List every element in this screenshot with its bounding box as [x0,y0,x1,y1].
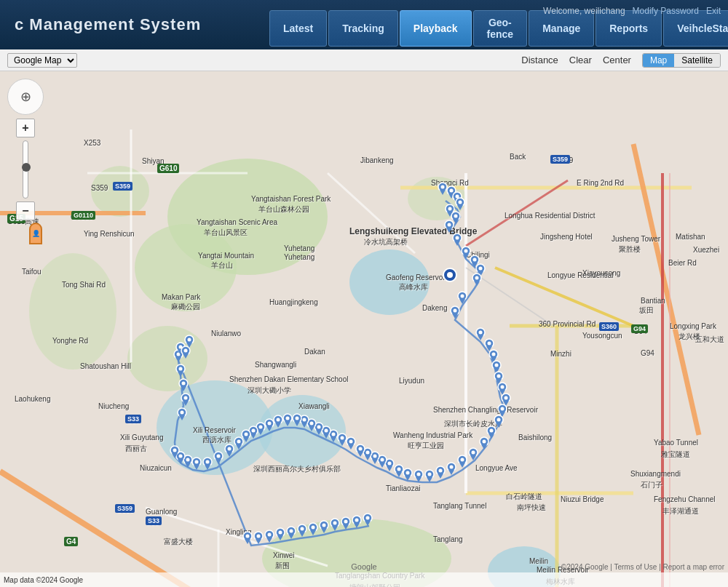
route-dot [234,436,244,450]
svg-point-97 [494,415,503,424]
svg-point-87 [497,375,501,378]
route-dot [444,220,454,233]
nav-btn-playback[interactable]: Playback [400,10,472,47]
svg-marker-116 [438,474,443,479]
distance-link[interactable]: Distance [521,55,558,65]
clear-link[interactable]: Clear [569,55,592,65]
svg-point-253 [309,523,317,532]
exit-link[interactable]: Exit [706,6,721,16]
svg-line-30 [466,180,568,246]
map-container[interactable]: Yangtaishan Forest Park羊台山森林公园Yangtaisha… [0,71,728,587]
map-label: G0110 [71,213,92,221]
svg-point-76 [485,339,494,348]
route-dot [299,415,309,428]
map-label: Jibankeng [360,156,394,164]
svg-point-154 [322,426,331,435]
svg-point-204 [186,458,190,462]
svg-point-150 [341,436,344,440]
map-type-selector[interactable]: Google Map [7,53,77,68]
route-dot [346,436,356,450]
svg-marker-242 [266,538,272,543]
map-label: S359 [556,156,573,164]
svg-marker-32 [440,190,446,195]
compass-control[interactable]: ⊕ [7,79,44,115]
route-dot [446,185,456,199]
svg-marker-80 [491,357,496,362]
svg-marker-89 [499,390,505,395]
map-label: Jingsheng Hotel [540,233,593,241]
map-tab[interactable]: Map [643,54,674,67]
svg-marker-266 [354,523,360,528]
map-type-dropdown[interactable]: Google Map [7,53,77,68]
map-label: Meilin [529,557,548,565]
route-dot [321,426,331,439]
svg-marker-254 [310,530,316,535]
nav-btn-tracking[interactable]: Tracking [328,10,398,47]
route-dot [494,415,504,428]
svg-point-126 [406,471,410,475]
svg-point-196 [203,458,212,466]
route-dot [213,451,223,464]
satellite-tab[interactable]: Satellite [674,54,720,67]
svg-point-145 [347,437,355,446]
svg-point-252 [301,527,304,531]
svg-point-148 [338,434,347,442]
zoom-controls: + − [7,119,44,220]
svg-point-102 [490,429,494,433]
street-view-pegman[interactable]: 👤 [29,223,42,244]
svg-point-177 [268,422,272,426]
zoom-out-button[interactable]: − [16,201,35,220]
svg-marker-173 [275,423,281,428]
route-dot [451,211,461,224]
map-label: Yuhetang [284,253,314,261]
map-label: Xili Reservoir [193,426,236,434]
nav-btn-geo-fence[interactable]: Geo-fence [473,10,528,47]
svg-marker-113 [448,470,454,475]
svg-point-43 [446,204,454,213]
route-dot [450,306,460,319]
svg-marker-125 [405,476,411,481]
map-controls: ⊕ + − [7,79,44,220]
modify-password-link[interactable]: Modify Password [633,6,699,16]
svg-point-112 [447,463,456,471]
svg-point-201 [195,460,199,464]
map-label: Xiawangli [298,402,330,410]
zoom-in-button[interactable]: + [16,119,35,137]
route-dot [282,413,293,426]
zoom-slider[interactable] [23,140,28,199]
map-label: Jusheng Tower [612,235,660,243]
svg-marker-191 [226,452,232,457]
route-dot [355,444,365,457]
svg-point-114 [450,466,454,469]
road-badge: S360 [599,322,619,331]
svg-line-15 [633,144,699,435]
svg-point-49 [445,220,454,229]
map-label: Tanglang Tunnel [433,502,486,510]
svg-marker-167 [294,421,300,426]
map-label: 冷水坑高架桥 [364,237,408,247]
svg-marker-212 [179,415,185,420]
svg-point-103 [480,437,488,446]
svg-point-175 [265,419,274,428]
svg-marker-137 [372,459,378,464]
svg-marker-224 [175,357,181,362]
nav-btn-latest[interactable]: Latest [269,10,327,47]
route-dot [461,246,471,259]
svg-point-223 [174,350,183,359]
svg-point-39 [456,195,459,199]
map-label: Xuezhei [693,246,719,254]
route-dot [264,418,274,431]
svg-point-159 [317,426,321,429]
route-dot [191,457,202,470]
svg-marker-203 [185,463,191,468]
svg-marker-38 [454,199,460,204]
route-dot [330,518,340,531]
svg-point-261 [333,522,337,525]
svg-point-108 [472,451,475,455]
svg-marker-107 [470,455,476,460]
map-label: Yangtaishan Forest Park [251,195,331,203]
center-link[interactable]: Center [603,55,631,65]
svg-point-255 [312,526,315,530]
google-logo: Google [351,562,376,571]
svg-point-238 [254,532,263,540]
